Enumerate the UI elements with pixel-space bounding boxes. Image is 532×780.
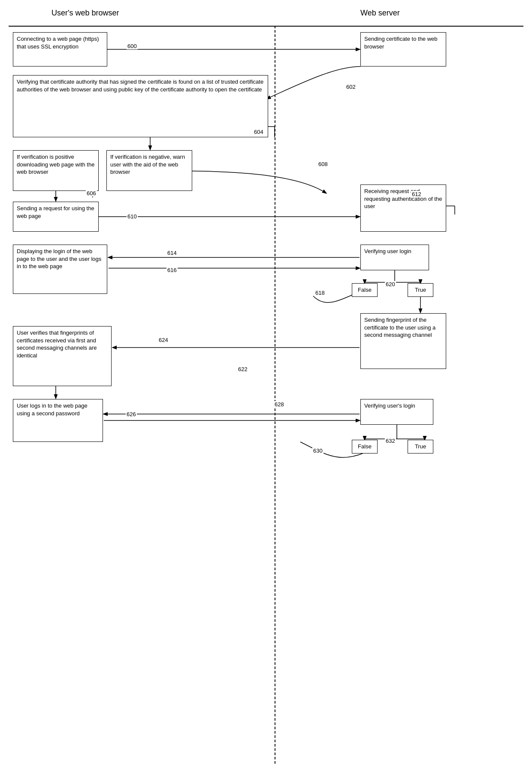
box-verify-user-login: Verifying user's login (360, 399, 433, 425)
box-send-fingerprint: Sending fingerprint of the certificate t… (360, 313, 446, 369)
label-602: 602 (345, 84, 357, 90)
top-border (9, 26, 523, 27)
label-600: 600 (127, 43, 138, 49)
column-divider (275, 26, 275, 764)
label-604: 604 (253, 129, 264, 135)
box-true2: True (408, 440, 433, 453)
box-receive-request: Receiving request and requesting authent… (360, 184, 446, 232)
box-verify-negative: If verification is negative, warn user w… (106, 150, 192, 191)
box-verify-login: Verifying user login (360, 245, 429, 270)
label-612: 612 (411, 191, 422, 197)
box-false1: False (352, 283, 378, 297)
label-626: 626 (126, 411, 137, 417)
label-632: 632 (385, 438, 396, 444)
box-login-second-password: User logs in to the web page using a sec… (13, 399, 103, 442)
label-618: 618 (314, 290, 326, 296)
box-verify-positive: If verification is positive downloading … (13, 150, 99, 191)
box-ssl-connect: Connecting to a web page (https) that us… (13, 32, 107, 67)
header-right: Web server (360, 9, 400, 18)
label-620: 620 (385, 281, 396, 287)
box-send-cert: Sending certificate to the web browser (360, 32, 446, 67)
label-614: 614 (166, 250, 178, 256)
box-verify-cert: Verifying that certificate authority tha… (13, 75, 268, 137)
box-verify-fingerprint: User verifies that fingerprints of certi… (13, 326, 112, 386)
label-628: 628 (274, 401, 285, 408)
label-608: 608 (317, 161, 329, 167)
label-606: 606 (86, 190, 97, 197)
label-630: 630 (312, 447, 323, 454)
box-true1: True (408, 283, 433, 297)
label-624: 624 (158, 337, 169, 343)
label-622: 622 (237, 366, 248, 372)
label-616: 616 (166, 267, 178, 273)
box-send-request: Sending a request for using the web page (13, 202, 99, 232)
box-false2: False (352, 440, 378, 453)
header-left: User's web browser (51, 9, 119, 18)
box-display-login: Displaying the login of the web page to … (13, 245, 107, 294)
diagram-container: User's web browser Web server (0, 0, 532, 780)
label-610: 610 (127, 213, 138, 220)
